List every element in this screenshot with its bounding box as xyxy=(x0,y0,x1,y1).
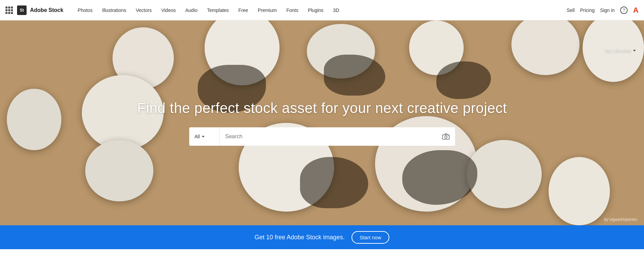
sell-link[interactable]: Sell xyxy=(567,8,574,13)
search-category-label: All xyxy=(195,134,200,139)
promo-text: Get 10 free Adobe Stock images. xyxy=(255,234,345,241)
visual-search-button[interactable] xyxy=(437,127,455,146)
hero-content: Find the perfect stock asset for your ne… xyxy=(137,100,507,146)
nav-item-3d[interactable]: 3D xyxy=(328,0,344,20)
sign-in-link[interactable]: Sign in xyxy=(600,8,615,13)
nav-item-fonts[interactable]: Fonts xyxy=(282,0,303,20)
navbar: St Adobe Stock Photos Illustrations Vect… xyxy=(0,0,644,20)
nav-item-free[interactable]: Free xyxy=(234,0,253,20)
cotton-decoration-13 xyxy=(467,140,542,208)
svg-point-1 xyxy=(445,136,447,138)
nav-links: Photos Illustrations Vectors Videos Audi… xyxy=(73,0,344,20)
nav-item-plugins[interactable]: Plugins xyxy=(303,0,328,20)
search-input[interactable] xyxy=(220,127,437,146)
pricing-link[interactable]: Pricing xyxy=(580,8,595,13)
nav-item-vectors[interactable]: Vectors xyxy=(131,0,156,20)
svg-point-2 xyxy=(448,136,449,136)
my-libraries-chevron xyxy=(633,50,636,52)
nav-right: Sell Pricing Sign in ? A xyxy=(567,6,639,15)
cotton-decoration-11 xyxy=(85,140,153,201)
adobe-stock-logo: St xyxy=(17,5,27,15)
search-dropdown-chevron xyxy=(202,136,205,138)
brand-name: Adobe Stock xyxy=(30,7,63,13)
nav-item-premium[interactable]: Premium xyxy=(253,0,282,20)
start-now-button[interactable]: Start now xyxy=(351,231,389,244)
search-category-dropdown[interactable]: All xyxy=(189,127,220,146)
adobe-icon: A xyxy=(633,6,639,15)
nav-item-photos[interactable]: Photos xyxy=(73,0,98,20)
my-libraries-label: My Libraries xyxy=(605,48,631,53)
nav-item-videos[interactable]: Videos xyxy=(156,0,181,20)
photo-credit: by olgaarkhipenko xyxy=(604,217,637,222)
search-bar: All xyxy=(189,127,455,146)
apps-grid-icon[interactable] xyxy=(5,6,13,14)
my-libraries-button[interactable]: My Libraries xyxy=(605,48,636,53)
svg-rect-0 xyxy=(443,135,449,139)
nav-item-templates[interactable]: Templates xyxy=(202,0,234,20)
hero-title: Find the perfect stock asset for your ne… xyxy=(137,100,507,116)
nav-item-illustrations[interactable]: Illustrations xyxy=(97,0,131,20)
hero-section: My Libraries Find the perfect stock asse… xyxy=(0,20,644,225)
cotton-decoration-12 xyxy=(549,157,610,225)
nav-left: St Adobe Stock Photos Illustrations Vect… xyxy=(5,0,344,20)
help-icon[interactable]: ? xyxy=(620,6,628,14)
nav-item-audio[interactable]: Audio xyxy=(180,0,202,20)
cotton-decoration-7 xyxy=(7,89,61,150)
promo-banner: Get 10 free Adobe Stock images. Start no… xyxy=(0,225,644,249)
camera-icon xyxy=(442,133,450,140)
